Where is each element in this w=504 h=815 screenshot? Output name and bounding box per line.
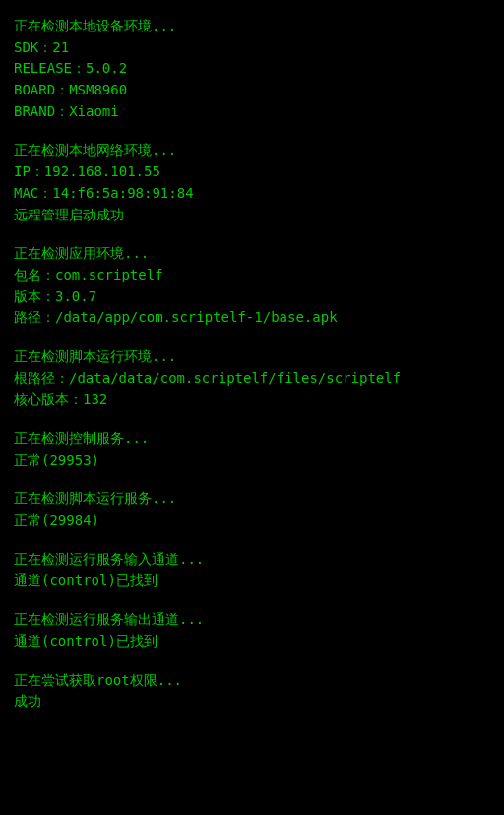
terminal-line: 正常(29953) [14,450,490,471]
terminal-line: SDK：21 [14,37,490,59]
terminal-line: 版本：3.0.7 [14,286,490,308]
terminal-line: 正在尝试获取root权限... [14,670,490,692]
terminal-line: 正在检测脚本运行服务... [14,488,490,510]
section-root: 正在尝试获取root权限...成功 [14,670,490,713]
terminal-line: 核心版本：132 [14,389,490,410]
terminal-line: 正在检测应用环境... [14,243,490,265]
terminal-line: 根路径：/data/data/com.scriptelf/files/scrip… [14,368,490,390]
terminal-line: 正在检测本地网络环境... [14,140,490,161]
section-input-channel: 正在检测运行服务输入通道...通道(control)已找到 [14,549,490,592]
terminal-line: 通道(control)已找到 [14,631,490,653]
section-output-channel: 正在检测运行服务输出通道...通道(control)已找到 [14,609,490,652]
terminal-line: 正在检测本地设备环境... [14,16,490,37]
terminal-line: 成功 [14,691,490,713]
terminal-line: 正在检测脚本运行环境... [14,346,490,368]
section-script-env: 正在检测脚本运行环境...根路径：/data/data/com.scriptel… [14,346,490,410]
section-script-service: 正在检测脚本运行服务...正常(29984) [14,488,490,531]
terminal-line: 通道(control)已找到 [14,570,490,592]
terminal-line: 包名：com.scriptelf [14,265,490,286]
section-app-env: 正在检测应用环境...包名：com.scriptelf版本：3.0.7路径：/d… [14,243,490,329]
terminal-line: 正在检测控制服务... [14,428,490,450]
section-local-device: 正在检测本地设备环境...SDK：21RELEASE：5.0.2BOARD：MS… [14,16,490,122]
section-network: 正在检测本地网络环境...IP：192.168.101.55MAC：14:f6:… [14,140,490,225]
terminal-line: IP：192.168.101.55 [14,161,490,183]
terminal-line: RELEASE：5.0.2 [14,58,490,80]
section-control-service: 正在检测控制服务...正常(29953) [14,428,490,470]
terminal-output: 正在检测本地设备环境...SDK：21RELEASE：5.0.2BOARD：MS… [14,16,490,713]
terminal-line: MAC：14:f6:5a:98:91:84 [14,183,490,205]
terminal-line: BOARD：MSM8960 [14,80,490,101]
terminal-line: 路径：/data/app/com.scriptelf-1/base.apk [14,307,490,329]
terminal-line: 远程管理启动成功 [14,205,490,226]
terminal-line: 正在检测运行服务输出通道... [14,609,490,631]
terminal-line: 正常(29984) [14,510,490,532]
terminal-line: BRAND：Xiaomi [14,101,490,123]
terminal-line: 正在检测运行服务输入通道... [14,549,490,571]
